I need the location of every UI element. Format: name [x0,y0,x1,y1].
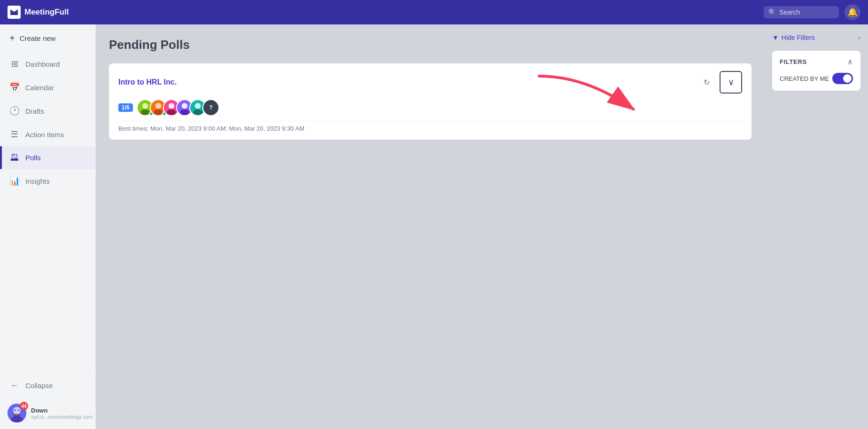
svg-point-1 [13,407,21,414]
topbar: MeetingFull 🔍 Search 🔔 [0,0,868,24]
user-info: Down syd.d...moonmeetings.com [31,407,93,420]
sidebar-item-drafts[interactable]: 🕐 Drafts [0,99,95,123]
svg-point-17 [180,109,189,116]
app-logo: MeetingFull [8,6,69,19]
filter-row-created-by-me: CREATED BY ME [780,73,853,84]
created-by-me-toggle[interactable] [832,73,853,84]
logo-icon [8,6,21,19]
best-times-label: Best times: [118,125,148,132]
sidebar-item-dashboard[interactable]: ⊞ Dashboard [0,52,95,76]
sidebar-item-insights[interactable]: 📊 Insights [0,169,95,193]
best-times-value: Mon, Mar 20, 2023 9:00 AM; Mon, Mar 20, … [150,125,304,132]
active-indicator [0,146,2,169]
collapse-button[interactable]: ← Collapse [0,374,95,397]
chevron-down-icon: ∨ [728,77,734,87]
svg-point-20 [193,109,202,116]
poll-header: Intro to HRL Inc. ↻ ∨ [118,71,742,94]
content-area: Pending Polls Intro to HRL Inc. ↻ ∨ 1/6 [96,24,765,429]
search-bar[interactable]: 🔍 Search [764,6,839,18]
svg-point-13 [168,103,174,109]
svg-point-14 [167,109,176,116]
sidebar-label-calendar: Calendar [25,84,54,92]
insights-icon: 📊 [9,176,20,186]
svg-point-19 [194,103,200,109]
refresh-button[interactable]: ↻ [699,75,714,90]
poll-actions: ↻ ∨ [699,71,742,94]
svg-text:?: ? [209,104,213,111]
filters-title: FILTERS [780,58,807,65]
filter-icon: ▼ [772,34,779,41]
sidebar-label-action-items: Action Items [25,131,64,139]
chevron-right-icon[interactable]: › [858,34,860,41]
svg-point-7 [142,103,147,109]
hide-filters-label: Hide Filters [782,34,815,41]
svg-point-16 [181,103,187,109]
action-items-icon: ☰ [9,129,20,140]
collapse-icon: ← [9,381,20,390]
response-badge: 1/6 [118,103,133,112]
best-times: Best times: Mon, Mar 20, 2023 9:00 AM; M… [118,121,742,132]
dashboard-icon: ⊞ [9,59,20,69]
search-label: Search [779,8,800,16]
svg-point-4 [18,410,20,411]
hide-filters-button[interactable]: ▼ Hide Filters [772,34,815,41]
create-new-label: Create new [20,34,56,42]
search-icon: 🔍 [768,8,776,16]
sidebar-bottom: ← Collapse 44 [0,374,95,429]
user-email: syd.d...moonmeetings.com [31,414,93,420]
sidebar: + Create new ⊞ Dashboard 📅 Calendar 🕐 Dr… [0,24,96,429]
drafts-icon: 🕐 [9,106,20,116]
sidebar-label-dashboard: Dashboard [25,60,60,68]
app-name: MeetingFull [24,8,69,17]
main-layout: + Create new ⊞ Dashboard 📅 Calendar 🕐 Dr… [0,24,868,429]
collapse-label: Collapse [25,382,53,390]
polls-icon: 🗳 [9,153,20,163]
filters-panel: ▼ Hide Filters › FILTERS ∧ CREATED BY ME [765,24,868,429]
avatar-6: ? [202,99,219,116]
plus-icon: + [9,33,15,44]
sidebar-item-action-items[interactable]: ☰ Action Items [0,123,95,146]
sidebar-label-drafts: Drafts [25,107,44,115]
svg-point-11 [154,109,163,116]
created-by-me-label: CREATED BY ME [780,75,829,82]
dropdown-button[interactable]: ∨ [720,71,742,94]
notification-button[interactable]: 🔔 [845,4,860,20]
topbar-right: 🔍 Search 🔔 [764,4,860,20]
filters-section: FILTERS ∧ CREATED BY ME [772,51,860,91]
user-profile[interactable]: 44 Down syd.d...moonmeetings.com [0,397,95,429]
svg-point-3 [15,410,16,411]
sidebar-label-insights: Insights [25,177,50,185]
sidebar-item-calendar[interactable]: 📅 Calendar [0,76,95,99]
sidebar-item-polls[interactable]: 🗳 Polls [0,146,95,169]
calendar-icon: 📅 [9,82,20,93]
notification-icon: 🔔 [847,7,858,17]
poll-card: Intro to HRL Inc. ↻ ∨ 1/6 [109,63,752,140]
sidebar-label-polls: Polls [25,154,41,162]
page-title: Pending Polls [109,38,752,52]
create-new-button[interactable]: + Create new [0,24,95,52]
attendees-row: 1/6 [118,99,742,116]
user-name: Down [31,407,93,414]
filters-collapse-icon[interactable]: ∧ [847,57,853,66]
filters-section-header: FILTERS ∧ [780,57,853,66]
poll-title[interactable]: Intro to HRL Inc. [118,78,177,86]
avatar-group: ? [137,99,219,116]
filters-header: ▼ Hide Filters › [772,34,860,41]
svg-point-8 [140,109,150,116]
refresh-icon: ↻ [704,78,710,87]
svg-point-10 [155,103,161,109]
svg-rect-5 [14,414,20,417]
notification-badge: 44 [20,402,28,410]
